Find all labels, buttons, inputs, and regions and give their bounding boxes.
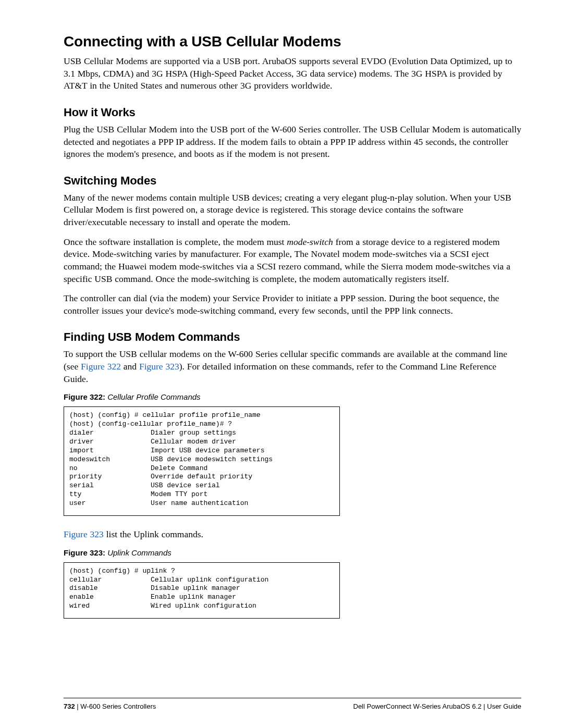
footer-left: 732 | W-600 Series Controllers [64,702,156,710]
page-number: 732 [64,702,75,710]
footer-right: Dell PowerConnect W-Series ArubaOS 6.2 |… [353,702,522,710]
footer-rule [64,698,521,698]
figure-title: Cellular Profile Commands [105,392,201,401]
xref-figure-322[interactable]: Figure 322 [81,361,121,372]
finding-paragraph: To support the USB cellular modems on th… [64,348,521,385]
figure-number: Figure 322: [64,392,105,401]
footer-separator: | [75,702,81,710]
figure-title: Uplink Commands [105,548,172,557]
figure-323-caption: Figure 323: Uplink Commands [64,548,521,557]
xref-figure-323-b[interactable]: Figure 323 [64,529,104,539]
figure-number: Figure 323: [64,548,105,557]
page-title: Connecting with a USB Cellular Modems [64,33,521,50]
intro-paragraph: USB Cellular Modems are supported via a … [64,55,521,92]
figure-322-code: (host) (config) # cellular profile profi… [64,406,340,516]
heading-how-it-works: How it Works [64,106,521,119]
emphasis-mode-switch: mode-switch [287,237,333,247]
heading-switching-modes: Switching Modes [64,174,521,188]
page-footer: 732 | W-600 Series Controllers Dell Powe… [0,698,563,710]
page: Connecting with a USB Cellular Modems US… [0,0,563,728]
text-run: and [121,361,139,372]
switching-paragraph-2: Once the software installation is comple… [64,236,521,286]
heading-finding-commands: Finding USB Modem Commands [64,330,521,344]
uplink-intro-paragraph: Figure 323 list the Uplink commands. [64,528,521,541]
footer-section-name: W-600 Series Controllers [80,702,156,710]
switching-paragraph-3: The controller can dial (via the modem) … [64,292,521,317]
switching-paragraph-1: Many of the newer modems contain multipl… [64,192,521,229]
figure-322-caption: Figure 322: Cellular Profile Commands [64,392,521,401]
figure-323-code: (host) (config) # uplink ? cellular Cell… [64,562,340,619]
how-it-works-paragraph: Plug the USB Cellular Modem into the USB… [64,124,521,161]
text-run: Once the software installation is comple… [64,237,287,247]
xref-figure-323[interactable]: Figure 323 [139,361,179,372]
text-run: list the Uplink commands. [104,529,203,539]
